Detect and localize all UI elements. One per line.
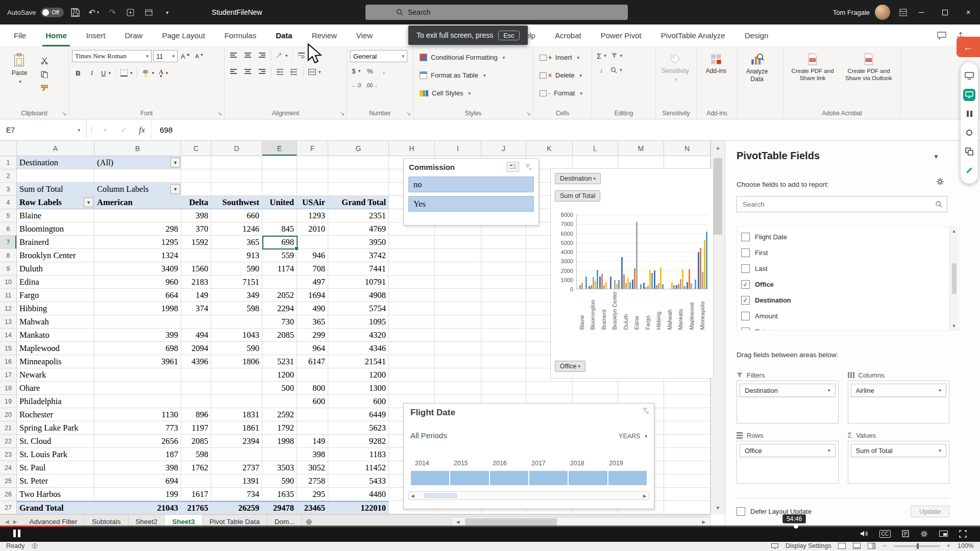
cell-G6[interactable]: 4769 [328,222,389,236]
comma-format-icon[interactable]: , [378,65,390,77]
cell-E8[interactable]: 559 [262,249,297,262]
cell-D8[interactable]: 913 [211,249,262,262]
cell-E26[interactable]: 1635 [262,488,297,501]
cell-E19[interactable] [262,395,297,408]
create-pdf-share-button[interactable]: PDF Create PDF and Share link [787,50,839,107]
cell-M1[interactable] [618,156,664,169]
align-center-icon[interactable] [241,66,254,78]
cell-H15[interactable] [389,342,435,355]
cell-D11[interactable]: 349 [211,289,262,302]
orientation-icon[interactable]: ▾ [274,50,289,61]
cell-B16[interactable]: 3961 [94,355,181,368]
field-checkbox[interactable] [741,264,750,273]
cell-D12[interactable]: 598 [211,302,262,315]
multiselect-icon[interactable] [507,162,519,172]
cell-B12[interactable]: 1998 [94,302,181,315]
cell-F1[interactable] [297,156,328,169]
create-pdf-outlook-button[interactable]: PDF Create PDF and Share via Outlook [841,50,896,107]
cell-G5[interactable]: 2351 [328,209,389,222]
enter-icon[interactable]: ✓ [114,119,133,140]
font-dialog-launcher[interactable]: ↘ [217,110,222,117]
timeline-segment-2018[interactable] [569,471,607,485]
cell-H8[interactable] [389,249,435,262]
cell-J7[interactable] [481,236,526,249]
flight-date-timeline[interactable]: Flight Date All Periods YEARS▾ 201420152… [403,403,654,509]
chart-value-field-button[interactable]: Sum of Total [555,190,600,202]
borders-icon[interactable]: ▾ [119,67,134,79]
cell-G21[interactable]: 5623 [328,421,389,435]
row-header-23[interactable]: 23 [0,448,17,461]
cell-D26[interactable]: 734 [211,488,262,501]
increase-decimal-icon[interactable]: ←.0 [350,80,362,91]
cell-F13[interactable]: 365 [297,315,328,329]
cell-D7[interactable]: 365 [211,236,262,249]
cell-H16[interactable] [389,355,435,368]
save-icon[interactable] [69,6,82,19]
cell-B13[interactable] [94,315,181,329]
cell-F21[interactable] [297,421,328,435]
cell-A1[interactable]: Destination [17,156,94,169]
cell-G2[interactable] [328,169,389,183]
fields-search-input[interactable] [742,200,931,209]
cell-G20[interactable]: 6449 [328,408,389,421]
cell-I14[interactable] [435,329,481,342]
row-header-17[interactable]: 17 [0,368,17,382]
column-header-G[interactable]: G [328,141,389,156]
cell-J14[interactable] [481,329,526,342]
row-header-21[interactable]: 21 [0,421,17,435]
row-header-5[interactable]: 5 [0,209,17,222]
fill-color-icon[interactable]: ▾ [140,67,156,79]
cell-G8[interactable]: 3742 [328,249,389,262]
slicer-item-no[interactable]: no [408,177,534,192]
touch-mode-icon[interactable] [124,6,137,19]
timeline-clear-filter-icon[interactable] [642,407,649,414]
cell-B2[interactable] [94,169,181,183]
cell-B20[interactable]: 1130 [94,408,181,421]
cell-E5[interactable] [262,209,297,222]
cell-G23[interactable]: 1183 [328,448,389,461]
cell-J18[interactable] [481,382,526,395]
scroll-down-icon[interactable]: ▼ [711,501,725,514]
cell-C22[interactable]: 2085 [181,435,211,448]
area-item-sum-of-total[interactable]: Sum of Total▾ [851,444,947,457]
format-as-table-button[interactable]: Format as Table▾ [416,68,530,83]
cell-F17[interactable] [297,368,328,382]
filter-dropdown-icon[interactable]: ▼ [170,184,180,194]
cell-H18[interactable] [389,382,435,395]
sensitivity-button[interactable]: Sensitivity ▾ [659,50,692,107]
align-top-icon[interactable] [228,50,240,61]
timeline-segment-2017[interactable] [529,471,568,485]
cell-F4[interactable]: USAir [297,196,328,209]
cell-H14[interactable] [389,329,435,342]
cell-D17[interactable] [211,368,262,382]
cell-A8[interactable]: Brooklyn Center [17,249,94,262]
field-row-amount[interactable]: Amount [741,308,947,324]
field-checkbox[interactable] [741,312,750,320]
cell-B4[interactable]: American [94,196,181,209]
cell-C2[interactable] [181,169,211,183]
field-list-scrollbar[interactable]: ▲ ▼ [949,227,958,330]
cell-N23[interactable] [664,448,710,461]
cell-E11[interactable]: 2052 [262,289,297,302]
timeline-scrollbar[interactable]: ◀ ▶ [408,491,649,500]
name-box[interactable]: E7▾ [0,119,87,140]
ribbon-display-options-icon[interactable] [896,6,910,19]
chart-destination-field-button[interactable]: Destination▾ [555,173,601,184]
cell-D15[interactable]: 590 [211,342,262,355]
row-header-3[interactable]: 3 [0,183,17,196]
cell-F25[interactable]: 2758 [297,474,328,488]
cell-B10[interactable]: 960 [94,276,181,289]
ribbon-tab-insert[interactable]: Insert [77,24,115,46]
vertical-scroll-thumb[interactable] [714,158,722,235]
zoom-slider[interactable] [894,545,940,547]
quick-access-icon[interactable] [142,6,156,19]
cell-C21[interactable]: 1197 [181,421,211,435]
row-header-6[interactable]: 6 [0,222,17,236]
decrease-font-size-icon[interactable]: A▼ [193,51,206,62]
field-row-tickets[interactable]: Tickets [741,324,947,331]
cell-F27[interactable]: 23465 [297,501,328,514]
cell-C8[interactable] [181,249,211,262]
pivot-chart[interactable]: Destination▾ Sum of Total 80007000600050… [550,168,714,379]
cell-G15[interactable]: 4346 [328,342,389,355]
row-header-16[interactable]: 16 [0,355,17,368]
